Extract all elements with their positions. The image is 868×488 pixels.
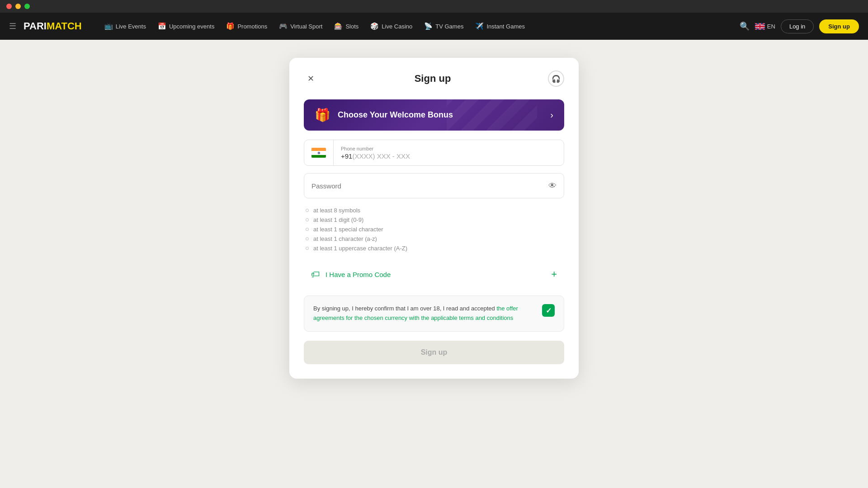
login-button[interactable]: Log in bbox=[781, 19, 814, 33]
banner-arrow-icon: › bbox=[550, 110, 553, 120]
search-icon[interactable]: 🔍 bbox=[740, 21, 750, 31]
checkmark-icon: ✓ bbox=[546, 306, 552, 315]
req-item-4: at least 1 character (a-z) bbox=[306, 234, 562, 244]
password-field[interactable]: 👁 bbox=[304, 173, 564, 198]
nav-items: 📺 Live Events 📅 Upcoming events 🎁 Promot… bbox=[100, 19, 740, 33]
req-dot-1 bbox=[306, 209, 309, 212]
password-requirements: at least 8 symbols at least 1 digit (0-9… bbox=[304, 206, 564, 253]
req-dot-3 bbox=[306, 228, 309, 231]
password-input[interactable] bbox=[311, 182, 548, 190]
signup-modal: ✕ Sign up 🎧 🎁 Choose Your Welcome Bonus … bbox=[289, 58, 579, 379]
gift-icon: 🎁 bbox=[315, 108, 330, 122]
promo-left: 🏷 I Have a Promo Code bbox=[311, 269, 391, 280]
nav-item-live-events-label: Live Events bbox=[116, 23, 146, 30]
logo[interactable]: PARIMATCH bbox=[24, 21, 82, 31]
promo-plus-icon: + bbox=[551, 268, 557, 280]
window-dot-red[interactable] bbox=[6, 4, 12, 9]
close-icon: ✕ bbox=[307, 74, 314, 84]
phone-field[interactable]: ⊕ Phone number +91(XXXX) XXX - XXX bbox=[304, 140, 564, 166]
navbar: ☰ PARIMATCH 📺 Live Events 📅 Upcoming eve… bbox=[0, 13, 868, 40]
nav-item-live-events[interactable]: 📺 Live Events bbox=[100, 19, 151, 33]
signup-button[interactable]: Sign up bbox=[304, 341, 564, 364]
terms-text: By signing up, I hereby confirm that I a… bbox=[313, 304, 535, 323]
nav-item-upcoming-events-label: Upcoming events bbox=[169, 23, 214, 30]
logo-match: MATCH bbox=[47, 20, 82, 32]
welcome-bonus-banner[interactable]: 🎁 Choose Your Welcome Bonus › bbox=[304, 99, 564, 131]
req-label-5: at least 1 uppercase character (A-Z) bbox=[313, 245, 407, 252]
window-chrome bbox=[0, 0, 868, 13]
nav-item-promotions[interactable]: 🎁 Promotions bbox=[222, 19, 272, 33]
terms-text-before: By signing up, I hereby confirm that I a… bbox=[313, 305, 496, 312]
slots-icon: 🎰 bbox=[334, 22, 343, 30]
promo-code-row[interactable]: 🏷 I Have a Promo Code + bbox=[304, 262, 564, 286]
req-dot-2 bbox=[306, 218, 309, 221]
window-dot-green[interactable] bbox=[24, 4, 30, 9]
help-icon: 🎧 bbox=[552, 75, 561, 83]
upcoming-events-icon: 📅 bbox=[158, 22, 166, 30]
req-item-3: at least 1 special character bbox=[306, 225, 562, 234]
terms-box: By signing up, I hereby confirm that I a… bbox=[304, 296, 564, 332]
close-button[interactable]: ✕ bbox=[304, 72, 317, 85]
nav-item-tv-games-label: TV Games bbox=[435, 23, 463, 30]
toggle-password-icon[interactable]: 👁 bbox=[548, 181, 557, 191]
nav-item-tv-games[interactable]: 📡 TV Games bbox=[420, 19, 468, 33]
phone-label: Phone number bbox=[341, 146, 557, 151]
instant-games-icon: ✈️ bbox=[475, 22, 484, 30]
language-label: EN bbox=[767, 23, 775, 30]
nav-item-virtual-sport-label: Virtual Sport bbox=[290, 23, 322, 30]
req-label-1: at least 8 symbols bbox=[313, 207, 360, 214]
nav-item-promotions-label: Promotions bbox=[237, 23, 267, 30]
promo-code-label: I Have a Promo Code bbox=[326, 271, 391, 278]
nav-item-virtual-sport[interactable]: 🎮 Virtual Sport bbox=[274, 19, 327, 33]
promotions-icon: 🎁 bbox=[226, 22, 235, 30]
req-label-3: at least 1 special character bbox=[313, 226, 383, 233]
tv-games-icon: 📡 bbox=[424, 22, 433, 30]
help-button[interactable]: 🎧 bbox=[548, 70, 564, 87]
window-dot-yellow[interactable] bbox=[15, 4, 21, 9]
phone-value: +91(XXXX) XXX - XXX bbox=[341, 152, 557, 160]
nav-item-live-casino-label: Live Casino bbox=[382, 23, 412, 30]
nav-item-live-casino[interactable]: 🎲 Live Casino bbox=[366, 19, 417, 33]
modal-title: Sign up bbox=[317, 73, 548, 84]
nav-item-slots-label: Slots bbox=[345, 23, 359, 30]
main-content: ✕ Sign up 🎧 🎁 Choose Your Welcome Bonus … bbox=[0, 40, 868, 488]
phone-input-area[interactable]: Phone number +91(XXXX) XXX - XXX bbox=[334, 141, 564, 164]
phone-placeholder: (XXXX) XXX - XXX bbox=[352, 152, 410, 160]
req-dot-5 bbox=[306, 247, 309, 250]
nav-item-slots[interactable]: 🎰 Slots bbox=[330, 19, 363, 33]
welcome-bonus-text: Choose Your Welcome Bonus bbox=[338, 110, 453, 120]
req-item-2: at least 1 digit (0-9) bbox=[306, 215, 562, 225]
req-item-5: at least 1 uppercase character (A-Z) bbox=[306, 244, 562, 253]
nav-item-instant-games-label: Instant Games bbox=[486, 23, 525, 30]
uk-flag-icon bbox=[755, 23, 765, 30]
req-item-1: at least 8 symbols bbox=[306, 206, 562, 215]
india-flag-icon: ⊕ bbox=[311, 148, 326, 158]
nav-item-instant-games[interactable]: ✈️ Instant Games bbox=[471, 19, 529, 33]
phone-prefix: +91 bbox=[341, 152, 352, 160]
hamburger-menu[interactable]: ☰ bbox=[9, 21, 16, 31]
phone-country-selector[interactable]: ⊕ bbox=[304, 140, 334, 165]
language-selector[interactable]: EN bbox=[755, 23, 775, 30]
live-events-icon: 📺 bbox=[104, 22, 113, 30]
terms-checkbox[interactable]: ✓ bbox=[542, 304, 555, 317]
modal-header: ✕ Sign up 🎧 bbox=[304, 70, 564, 87]
virtual-sport-icon: 🎮 bbox=[279, 22, 288, 30]
req-dot-4 bbox=[306, 237, 309, 240]
live-casino-icon: 🎲 bbox=[370, 22, 379, 30]
nav-item-upcoming-events[interactable]: 📅 Upcoming events bbox=[153, 19, 219, 33]
req-label-2: at least 1 digit (0-9) bbox=[313, 216, 363, 223]
nav-right: 🔍 EN Log in Sign up bbox=[740, 19, 859, 33]
promo-code-icon: 🏷 bbox=[311, 269, 320, 280]
req-label-4: at least 1 character (a-z) bbox=[313, 235, 377, 242]
logo-pari: PARI bbox=[24, 20, 47, 32]
banner-left: 🎁 Choose Your Welcome Bonus bbox=[315, 108, 453, 122]
signup-nav-button[interactable]: Sign up bbox=[819, 19, 859, 33]
